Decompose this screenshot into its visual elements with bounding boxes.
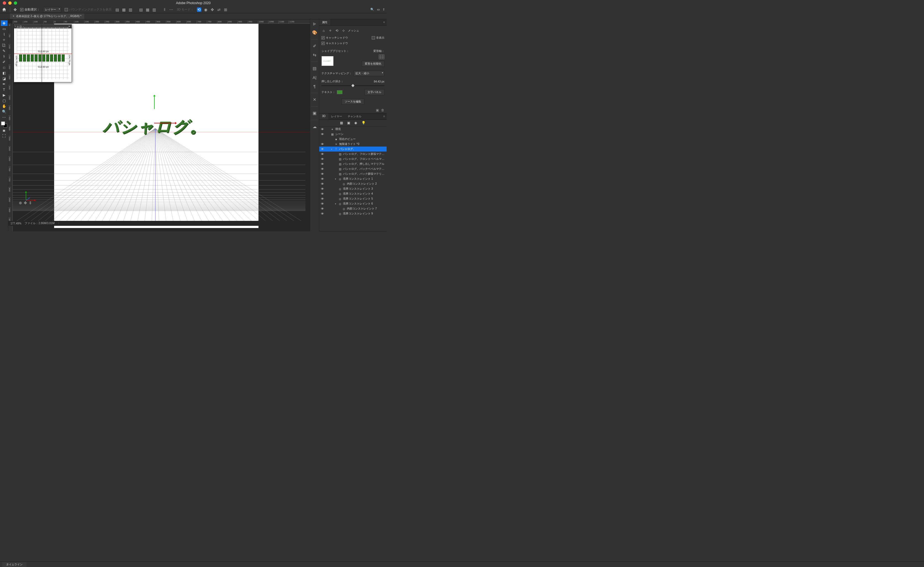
3d-tab[interactable]: 3D	[319, 114, 328, 120]
tree-row[interactable]: 👁◎境界コンストレイント 5	[319, 196, 387, 201]
properties-tab[interactable]: 属性	[319, 20, 330, 26]
color-swatches[interactable]	[1, 122, 7, 128]
tree-row[interactable]: 👁▨バシャログ。フロントベベルマテリアル	[319, 156, 387, 162]
screen-mode[interactable]: ⛶	[1, 133, 8, 139]
distribute-icon[interactable]: ⫴	[162, 8, 167, 12]
reset-deform-button[interactable]: 変形を初期化	[362, 61, 385, 67]
close-window[interactable]	[3, 2, 6, 5]
home-icon[interactable]	[2, 7, 7, 12]
visibility-icon[interactable]: 👁	[320, 197, 324, 200]
filter-scene-icon[interactable]: ▦	[340, 121, 344, 125]
tree-row[interactable]: ■現在のビュー	[319, 136, 387, 142]
marquee-tool[interactable]: ▭	[1, 26, 8, 32]
visibility-icon[interactable]: 👁	[320, 132, 324, 136]
shape-tool[interactable]: ▢	[1, 98, 8, 103]
paragraph-icon[interactable]: ¶	[312, 83, 317, 89]
channels-tab[interactable]: チャンネル	[345, 114, 364, 120]
toggle-icon[interactable]: ▾	[330, 148, 333, 150]
edit-toolbar[interactable]: ⋯	[1, 114, 8, 120]
cloud-icon[interactable]: ☁	[312, 124, 317, 129]
deform-axis-grid[interactable]	[379, 55, 385, 59]
ruler-horizontal[interactable]: 2001501005005010015020025030035040045050…	[13, 20, 310, 24]
tree-row[interactable]: 👁▾Tバシャログ。	[319, 147, 387, 152]
libraries-icon[interactable]: ▣	[312, 110, 317, 116]
visibility-icon[interactable]: 👁	[320, 182, 324, 186]
panel-menu-icon[interactable]: ≡	[382, 20, 387, 26]
texture-mapping-select[interactable]: 拡大・縮小	[353, 70, 385, 76]
align-vcenter-icon[interactable]: ▦	[145, 8, 150, 12]
layers-icon[interactable]: ▤	[312, 66, 317, 71]
3d-text[interactable]: バシャログ。	[103, 116, 207, 138]
file-size[interactable]: ファイル：2.86M/3.81M	[25, 221, 54, 225]
search-icon[interactable]: 🔍	[370, 8, 374, 11]
more-icon[interactable]: ⋯	[169, 8, 173, 12]
zoom-icon[interactable]: ⊞	[224, 8, 228, 12]
type-tool[interactable]: T	[1, 87, 8, 92]
hand-tool[interactable]: ✋	[1, 103, 8, 109]
path-select-tool[interactable]: ▶	[1, 92, 8, 98]
trash-icon[interactable]: 🗑	[381, 108, 385, 112]
tools-preset-icon[interactable]: ✕	[312, 97, 317, 102]
share-icon[interactable]: ⇪	[383, 8, 385, 11]
auto-select-dropdown[interactable]: レイヤー	[43, 7, 61, 12]
align-bottom-icon[interactable]: ▥	[152, 8, 156, 12]
pan-icon[interactable]: ✥	[210, 8, 215, 12]
ruler-vertical[interactable]: 0501001502002503003504004505005506006507…	[8, 24, 13, 231]
quick-mask[interactable]: ◙	[1, 128, 8, 133]
visibility-icon[interactable]: 👁	[320, 147, 324, 151]
orbit-nav-icon[interactable]: ⊕	[19, 201, 22, 205]
pen-tool[interactable]: ✒	[1, 81, 8, 87]
extrude-depth-slider[interactable]	[322, 85, 385, 86]
align-right-icon[interactable]: ▥	[128, 8, 132, 12]
fg-color[interactable]	[1, 122, 5, 125]
hide-checkbox[interactable]: 非表示	[372, 36, 385, 40]
wand-tool[interactable]: ✧	[1, 37, 8, 42]
brush-panel-icon[interactable]: ✐	[312, 44, 317, 49]
visibility-icon[interactable]: 👁	[320, 152, 324, 156]
tree-row[interactable]: 👁◎境界コンストレイント 9	[319, 211, 387, 216]
cast-shadow-checkbox[interactable]: ✓キャストシャドウ	[322, 41, 348, 45]
document-tab[interactable]: × 名称未設定 2–復元 @ 177% (バシャログ。, RGB/8) *	[10, 14, 84, 19]
auto-select-checkbox[interactable]: ✓自動選択：	[20, 8, 40, 12]
gradient-tool[interactable]: ◪	[1, 76, 8, 81]
tree-row[interactable]: 👁◎内部コンストレイント 2	[319, 182, 387, 186]
tree-row[interactable]: 👁▦シーン	[319, 132, 387, 136]
stamp-tool[interactable]: ⏍	[1, 64, 8, 70]
align-top-icon[interactable]: ▤	[139, 8, 143, 12]
nav-grip-icon[interactable]: ⁝	[15, 25, 16, 28]
tree-row[interactable]: 👁▨バシャログ。バック膨張マテリアル	[319, 171, 387, 176]
filter-material-icon[interactable]: ◉	[354, 121, 359, 125]
visibility-icon[interactable]: 👁	[320, 212, 324, 215]
maximize-window[interactable]	[14, 2, 17, 5]
visibility-icon[interactable]: 👁	[320, 192, 324, 195]
bounding-box-checkbox[interactable]: バウンディングボックスを表示	[65, 8, 111, 12]
visibility-icon[interactable]: 👁	[320, 202, 324, 206]
mesh-mode-icon[interactable]: ⌂	[322, 28, 326, 33]
roll-icon[interactable]: ◉	[204, 8, 208, 12]
close-tab-icon[interactable]: ×	[13, 15, 14, 18]
tree-row[interactable]: 👁☀無限遠ライト ^0	[319, 142, 387, 147]
toggle-icon[interactable]: ▾	[334, 202, 337, 205]
visibility-icon[interactable]: 👁	[320, 142, 324, 146]
tree-row[interactable]: 👁▨バシャログ。フロント膨張マテリアル	[319, 152, 387, 156]
tree-row[interactable]: 👁◎内部コンストレイント 7	[319, 206, 387, 211]
brush-tool[interactable]: ✐	[1, 59, 8, 64]
shape-preset-thumb[interactable]: バシャログ。	[322, 56, 334, 66]
text-color-chip[interactable]	[337, 90, 343, 94]
healing-tool[interactable]: ⚕	[1, 54, 8, 59]
filter-light-icon[interactable]: 💡	[362, 121, 366, 125]
tree-row[interactable]: 👁✦環境	[319, 127, 387, 132]
workspace-icon[interactable]: ▭	[377, 8, 380, 11]
character-icon[interactable]: A|	[312, 75, 317, 80]
color-icon[interactable]: 🎨	[312, 30, 317, 35]
visibility-icon[interactable]: 👁	[320, 158, 324, 160]
toggle-icon[interactable]: ▾	[334, 178, 337, 180]
y-axis[interactable]	[154, 95, 155, 109]
minimize-window[interactable]	[8, 2, 12, 5]
tree-row[interactable]: 👁▨バシャログ。バックベベルマテリアル	[319, 166, 387, 171]
crop-tool[interactable]: ⿻	[1, 42, 8, 48]
scene-tree[interactable]: 👁✦環境👁▦シーン■現在のビュー👁☀無限遠ライト ^0👁▾Tバシャログ。👁▨バシ…	[319, 127, 387, 231]
zoom-level[interactable]: 177.49%	[11, 222, 21, 225]
orbit-icon[interactable]: ⟲	[197, 8, 201, 12]
visibility-icon[interactable]: 👁	[320, 162, 324, 166]
